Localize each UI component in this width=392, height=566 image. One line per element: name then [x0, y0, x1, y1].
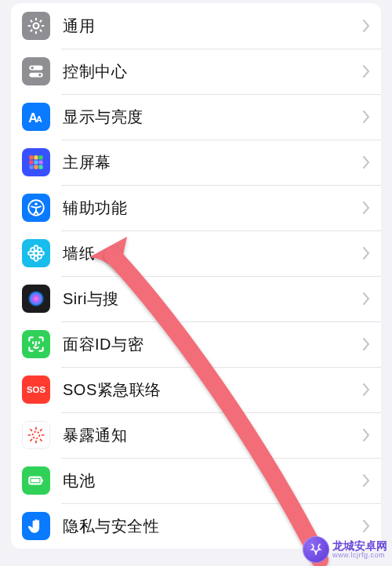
switches-icon: [22, 57, 50, 85]
faceid-icon: [22, 330, 50, 358]
svg-point-24: [38, 248, 42, 252]
settings-item-accessibility[interactable]: 辅助功能: [11, 185, 381, 230]
settings-item-label: 隐私与安全性: [63, 516, 362, 537]
svg-rect-8: [34, 155, 38, 159]
exposure-icon: [22, 421, 50, 449]
svg-point-0: [34, 24, 39, 29]
settings-item-exposure[interactable]: 暴露通知: [11, 412, 381, 458]
accessibility-icon: [22, 194, 50, 222]
svg-rect-10: [29, 160, 33, 164]
battery-icon: [22, 466, 50, 495]
svg-rect-32: [31, 479, 40, 482]
flower-icon: [22, 239, 50, 267]
svg-rect-9: [38, 155, 42, 159]
chevron-right-icon: [362, 474, 370, 487]
settings-item-label: 墙纸: [63, 243, 362, 264]
settings-item-label: SOS紧急联络: [63, 379, 362, 401]
svg-rect-12: [38, 160, 42, 164]
svg-point-27: [28, 291, 45, 307]
watermark: 龙城安卓网 www.lcjrfg.com: [303, 536, 387, 563]
svg-text:A: A: [36, 114, 42, 124]
settings-item-battery[interactable]: 电池: [11, 458, 381, 503]
watermark-title: 龙城安卓网: [332, 540, 387, 552]
settings-item-sos[interactable]: SOS SOS紧急联络: [11, 367, 381, 412]
svg-text:SOS: SOS: [27, 385, 45, 394]
gear-icon: [22, 12, 50, 40]
settings-list: 通用 控制中心 A A 显示与亮度: [11, 3, 381, 549]
svg-rect-15: [38, 165, 42, 169]
settings-item-label: 主屏幕: [63, 152, 362, 173]
svg-point-18: [34, 251, 38, 255]
settings-item-display[interactable]: A A 显示与亮度: [11, 94, 381, 140]
svg-point-4: [38, 74, 41, 76]
chevron-right-icon: [362, 156, 370, 169]
svg-rect-7: [29, 155, 33, 159]
settings-item-label: 暴露通知: [63, 425, 362, 446]
svg-rect-13: [29, 165, 33, 169]
chevron-right-icon: [362, 20, 370, 32]
chevron-right-icon: [362, 111, 370, 123]
watermark-logo-icon: [303, 536, 329, 563]
chevron-right-icon: [362, 429, 370, 441]
chevron-right-icon: [362, 383, 370, 396]
chevron-right-icon: [362, 201, 370, 214]
siri-icon: [22, 285, 50, 313]
svg-point-17: [34, 202, 37, 205]
svg-point-23: [31, 248, 34, 252]
settings-item-label: Siri与搜: [63, 288, 362, 310]
svg-rect-14: [34, 165, 38, 169]
chevron-right-icon: [362, 338, 370, 350]
svg-point-25: [31, 255, 34, 259]
chevron-right-icon: [362, 292, 370, 305]
watermark-url: www.lcjrfg.com: [332, 552, 387, 559]
settings-item-label: 辅助功能: [63, 198, 362, 219]
settings-item-control-center[interactable]: 控制中心: [11, 49, 381, 94]
settings-item-label: 电池: [63, 470, 362, 492]
settings-item-wallpaper[interactable]: 墙纸: [11, 230, 381, 276]
settings-item-label: 面容ID与密: [63, 334, 362, 355]
svg-point-2: [31, 67, 33, 69]
settings-item-general[interactable]: 通用: [11, 3, 381, 49]
settings-item-siri[interactable]: Siri与搜: [11, 276, 381, 321]
chevron-right-icon: [362, 65, 370, 78]
svg-point-29: [33, 432, 40, 439]
grid-icon: [22, 148, 50, 176]
chevron-right-icon: [362, 247, 370, 259]
settings-item-home-screen[interactable]: 主屏幕: [11, 140, 381, 185]
settings-item-label: 显示与亮度: [63, 107, 362, 128]
chevron-right-icon: [362, 520, 370, 532]
svg-rect-11: [34, 160, 38, 164]
hand-icon: [22, 512, 50, 540]
settings-item-faceid[interactable]: 面容ID与密: [11, 321, 381, 367]
text-size-icon: A A: [22, 103, 50, 131]
svg-point-26: [38, 255, 42, 259]
svg-rect-31: [42, 479, 43, 481]
settings-item-label: 通用: [63, 16, 362, 37]
sos-icon: SOS: [22, 376, 50, 404]
settings-item-label: 控制中心: [63, 61, 362, 82]
